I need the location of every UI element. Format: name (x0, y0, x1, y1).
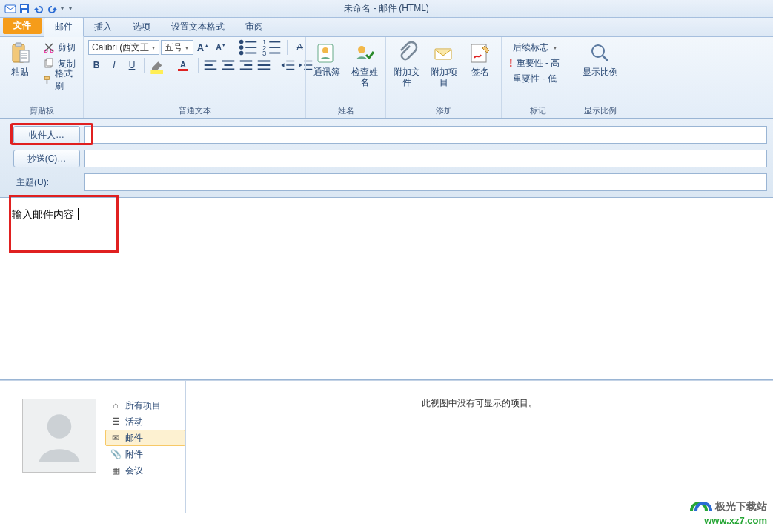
addressbook-label: 通讯簿 (313, 67, 340, 77)
align-center-button[interactable] (220, 58, 236, 73)
preview-area: 此视图中没有可显示的项目。 (185, 381, 773, 513)
decrease-indent-button[interactable] (280, 58, 296, 73)
font-group-label: 普通文本 (88, 104, 301, 116)
tab-options[interactable]: 选项 (122, 17, 161, 36)
preview-empty-message: 此视图中没有可显示的项目。 (186, 397, 773, 410)
to-button[interactable]: 收件人… (13, 126, 80, 144)
svg-rect-6 (20, 50, 29, 62)
bullets-button[interactable] (237, 40, 259, 55)
bold-button[interactable]: B (88, 58, 104, 73)
followup-label: 后续标志 (513, 41, 548, 54)
tab-format[interactable]: 设置文本格式 (161, 17, 235, 36)
svg-rect-3 (22, 10, 27, 13)
font-color-button[interactable]: A (172, 58, 194, 73)
italic-button[interactable]: I (106, 58, 122, 73)
svg-point-18 (239, 45, 244, 50)
to-input[interactable] (84, 126, 767, 144)
svg-text:3: 3 (262, 50, 266, 57)
importance-high-icon: ! (509, 57, 513, 69)
font-name-value: Calibri (西文正 (92, 41, 149, 54)
nav-mail-label: 邮件 (125, 432, 143, 445)
copy-icon (43, 58, 55, 70)
nav-activity[interactable]: ☰ 活动 (105, 413, 185, 430)
app-icon (4, 3, 16, 15)
numbering-button[interactable]: 123 (261, 40, 283, 55)
tab-insert[interactable]: 插入 (84, 17, 122, 36)
attach-item-button[interactable]: 附加项目 (428, 40, 460, 89)
nav-meetings[interactable]: ▦ 会议 (105, 462, 185, 479)
qat-more-icon[interactable]: ▾ (69, 3, 75, 15)
redo-icon[interactable] (47, 3, 59, 15)
paste-button[interactable]: 粘贴 (4, 40, 36, 79)
svg-rect-28 (150, 70, 163, 74)
attachment-icon: 📎 (110, 449, 121, 459)
align-left-button[interactable] (202, 58, 219, 73)
contact-avatar (22, 399, 96, 473)
signature-button[interactable]: 签名 (464, 40, 497, 79)
followup-flag-button[interactable]: 后续标志▾ (506, 40, 563, 55)
tab-review[interactable]: 审阅 (235, 17, 273, 36)
underline-button[interactable]: U (124, 58, 140, 73)
add-group-label: 添加 (391, 104, 497, 116)
svg-point-48 (322, 47, 328, 53)
undo-icon[interactable] (33, 3, 44, 15)
paste-icon (8, 41, 32, 65)
tab-mail[interactable]: 邮件 (44, 16, 84, 37)
format-painter-button[interactable]: 格式刷 (40, 73, 79, 87)
message-fields: 收件人… 抄送(C)… 主题(U): (0, 119, 773, 198)
svg-point-52 (592, 45, 604, 57)
shrink-font-button[interactable]: A▼ (213, 40, 229, 55)
font-size-combo[interactable]: 五号▾ (161, 40, 193, 55)
highlight-button[interactable] (148, 58, 170, 73)
subject-input[interactable] (84, 173, 767, 191)
watermark-url: www.xz7.com (689, 515, 767, 526)
qat-dropdown-icon[interactable]: ▾ (61, 3, 67, 15)
home-icon: ⌂ (110, 400, 121, 410)
check-names-button[interactable]: 检查姓名 (348, 40, 382, 89)
save-icon[interactable] (19, 3, 30, 15)
svg-rect-2 (21, 5, 27, 8)
paste-label: 粘贴 (11, 67, 29, 77)
svg-point-16 (239, 40, 244, 44)
svg-point-53 (47, 414, 72, 439)
nav-all-items[interactable]: ⌂ 所有项目 (105, 397, 185, 413)
zoom-button[interactable]: 显示比例 (579, 40, 621, 79)
calendar-icon: ▦ (110, 465, 121, 476)
cut-button[interactable]: 剪切 (40, 40, 79, 55)
message-body[interactable]: 输入邮件内容 (0, 198, 773, 380)
importance-high-button[interactable]: ! 重要性 - 高 (506, 56, 563, 70)
font-name-combo[interactable]: Calibri (西文正▾ (88, 40, 159, 55)
align-justify-button[interactable] (256, 58, 272, 73)
ribbon: 粘贴 剪切 复制 格式刷 剪贴板 (0, 37, 773, 119)
signature-icon (468, 41, 492, 65)
cc-button[interactable]: 抄送(C)… (13, 150, 80, 167)
align-right-button[interactable] (238, 58, 254, 73)
names-group-label: 姓名 (311, 104, 381, 116)
contact-preview-pane: ⌂ 所有项目 ☰ 活动 ✉ 邮件 📎 附件 ▦ 会议 此视图中没有可显示的项目。 (0, 380, 773, 513)
nav-mail[interactable]: ✉ 邮件 (105, 430, 185, 446)
nav-activity-label: 活动 (125, 416, 143, 428)
nav-attachments-label: 附件 (125, 448, 143, 461)
grow-font-button[interactable]: A▲ (195, 40, 211, 55)
zoom-label: 显示比例 (583, 67, 618, 77)
mail-icon: ✉ (110, 433, 121, 443)
cut-icon (43, 41, 55, 53)
cut-label: 剪切 (58, 41, 76, 54)
check-names-icon (353, 41, 376, 65)
tab-file[interactable]: 文件 (3, 17, 42, 34)
cc-input[interactable] (84, 150, 767, 167)
attach-file-button[interactable]: 附加文件 (391, 40, 423, 89)
svg-rect-13 (47, 59, 53, 66)
nav-attachments[interactable]: 📎 附件 (105, 446, 185, 462)
zoom-group-label: 显示比例 (579, 104, 621, 116)
nav-meetings-label: 会议 (125, 465, 143, 477)
importance-high-label: 重要性 - 高 (517, 57, 560, 70)
attach-item-icon (432, 41, 456, 65)
svg-rect-15 (46, 79, 47, 83)
body-text: 输入邮件内容 (12, 208, 74, 220)
attach-file-icon (395, 41, 419, 65)
addressbook-button[interactable]: 通讯簿 (311, 40, 344, 79)
importance-low-button[interactable]: 重要性 - 低 (506, 71, 563, 86)
subject-label: 主题(U): (13, 176, 80, 189)
svg-point-49 (358, 46, 365, 53)
